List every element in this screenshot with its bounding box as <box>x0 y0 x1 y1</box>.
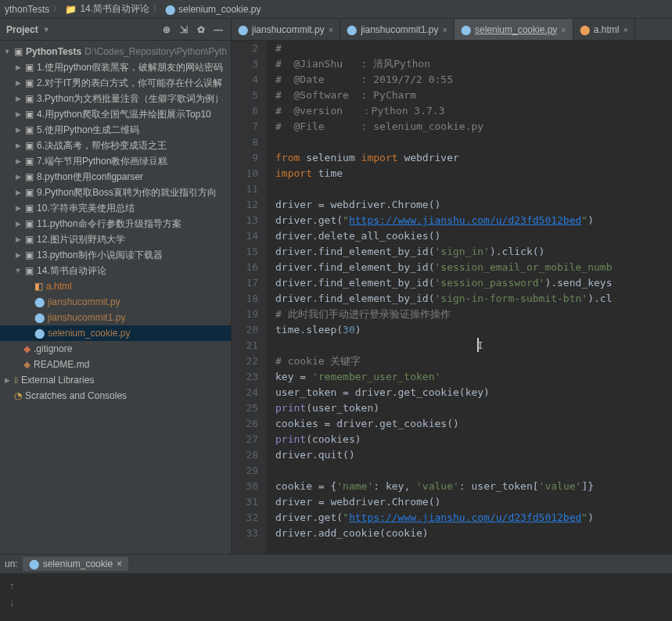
chevron-down-icon[interactable]: ▼ <box>14 267 22 275</box>
project-header: Project ▼ ⊕ ⇲ ✿ — <box>0 19 231 41</box>
file-label: a.html <box>46 281 72 292</box>
breadcrumb-file[interactable]: ⬤ selenium_cookie.py <box>165 4 261 15</box>
close-icon[interactable]: × <box>561 25 566 34</box>
folder-icon: ▣ <box>25 109 34 120</box>
down-arrow-icon[interactable]: ↓ <box>5 596 19 610</box>
tree-folder[interactable]: ▶▣3.Python为文档批量注音（生僻字歌词为例） <box>0 91 231 106</box>
tree-folder[interactable]: ▶▣4.用python爬取全国气温并绘图展示Top10 <box>0 106 231 122</box>
chevron-down-icon[interactable]: ▼ <box>3 48 11 56</box>
file-icon: ⬤ <box>34 296 45 307</box>
chevron-right-icon[interactable]: ▶ <box>14 95 22 102</box>
folder-label: 4.用python爬取全国气温并绘图展示Top10 <box>37 108 211 121</box>
folder-icon: 📁 <box>65 4 77 15</box>
file-label: .gitignore <box>34 343 72 354</box>
folder-icon: ▣ <box>25 156 34 167</box>
breadcrumb: ythonTests 〉 📁 14.简书自动评论 〉 ⬤ selenium_co… <box>0 0 672 19</box>
file-icon: ⬤ <box>238 24 248 35</box>
chevron-right-icon: 〉 <box>52 2 62 16</box>
close-icon[interactable]: × <box>443 25 447 34</box>
chevron-right-icon[interactable]: ▶ <box>14 188 22 196</box>
gutter: 2345678910111213141516171819202122232425… <box>232 41 266 554</box>
tree-folder[interactable]: ▶▣12.图片识别野鸡大学 <box>0 232 231 247</box>
file-icon: ⬤ <box>461 24 471 35</box>
tree-folder[interactable]: ▶▣5.使用Python生成二维码 <box>0 122 231 138</box>
folder-label: 13.python制作小说阅读下载器 <box>37 249 163 262</box>
folder-icon: ▣ <box>25 93 34 104</box>
chevron-right-icon[interactable]: ▶ <box>14 142 22 149</box>
tree-folder[interactable]: ▶▣6.决战高考，帮你秒变成语之王 <box>0 138 231 153</box>
breadcrumb-file-label: selenium_cookie.py <box>178 4 261 15</box>
tree-file[interactable]: ◆.gitignore <box>0 341 231 357</box>
chevron-right-icon[interactable]: ▶ <box>14 126 22 134</box>
folder-label: 1.使用python假装黑客，破解朋友的网站密码 <box>37 61 223 74</box>
root-name: PythonTests <box>26 46 81 57</box>
folder-label: 5.使用Python生成二维码 <box>37 124 139 137</box>
tree-file[interactable]: ◧a.html <box>0 278 231 294</box>
tree-file[interactable]: ⬤jianshucommit1.py <box>0 310 231 325</box>
external-libraries[interactable]: ▶ ⫴ External Libraries <box>0 372 231 388</box>
folder-icon: ▣ <box>25 171 34 182</box>
chevron-right-icon[interactable]: ▶ <box>14 220 22 228</box>
editor-tab[interactable]: ⬤jianshucommit.py× <box>232 19 340 40</box>
up-arrow-icon[interactable]: ↑ <box>5 579 19 593</box>
close-icon[interactable]: × <box>623 25 627 34</box>
chevron-right-icon[interactable]: ▶ <box>3 376 11 384</box>
tree-folder[interactable]: ▶▣2.对于IT男的表白方式，你可能存在什么误解 <box>0 75 231 91</box>
tab-label: selenium_cookie.py <box>475 24 557 35</box>
tree-folder[interactable]: ▶▣10.字符串完美使用总结 <box>0 200 231 216</box>
chevron-right-icon[interactable]: ▶ <box>14 173 22 181</box>
tree-folder[interactable]: ▶▣13.python制作小说阅读下载器 <box>0 247 231 263</box>
chevron-right-icon[interactable]: ▶ <box>14 204 22 212</box>
python-icon: ⬤ <box>165 4 175 15</box>
scratch-icon: ◔ <box>14 390 22 401</box>
editor-tab[interactable]: ⬤a.html× <box>573 19 635 40</box>
file-icon: ⬤ <box>347 24 357 35</box>
run-tab[interactable]: ⬤ selenium_cookie × <box>23 557 128 571</box>
editor-tab[interactable]: ⬤selenium_cookie.py× <box>455 19 573 40</box>
hide-icon[interactable]: — <box>212 23 225 36</box>
tree-folder[interactable]: ▶▣8.python使用configparser <box>0 169 231 185</box>
editor-area: ⬤jianshucommit.py×⬤jianshucommit1.py×⬤se… <box>232 19 672 554</box>
folder-label: 2.对于IT男的表白方式，你可能存在什么误解 <box>37 77 222 90</box>
tree-folder[interactable]: ▶▣9.Python爬取Boss直聘为你的就业指引方向 <box>0 185 231 200</box>
project-root[interactable]: ▼ ▣ PythonTests D:\Codes_Repository\Pyth… <box>0 44 231 59</box>
tree-file[interactable]: ⬤jianshucommit.py <box>0 294 231 310</box>
locate-icon[interactable]: ⊕ <box>160 23 173 36</box>
collapse-icon[interactable]: ⇲ <box>178 23 190 36</box>
breadcrumb-folder[interactable]: 📁 14.简书自动评论 <box>65 2 149 16</box>
tab-label: jianshucommit.py <box>252 24 325 35</box>
run-tab-label: selenium_cookie <box>43 558 113 569</box>
chevron-right-icon[interactable]: ▶ <box>14 235 22 243</box>
close-icon[interactable]: × <box>117 558 122 569</box>
tree-folder[interactable]: ▶▣1.使用python假装黑客，破解朋友的网站密码 <box>0 59 231 75</box>
chevron-right-icon[interactable]: ▶ <box>14 63 22 71</box>
dropdown-icon[interactable]: ▼ <box>43 26 50 34</box>
folder-label: 11.python命令行参数升级指导方案 <box>37 217 181 231</box>
code-editor[interactable]: 2345678910111213141516171819202122232425… <box>232 41 672 554</box>
close-icon[interactable]: × <box>329 25 333 34</box>
chevron-right-icon[interactable]: ▶ <box>14 110 22 118</box>
tree-folder[interactable]: ▼▣14.简书自动评论 <box>0 263 231 278</box>
editor-tab[interactable]: ⬤jianshucommit1.py× <box>340 19 455 40</box>
python-icon: ⬤ <box>29 558 39 569</box>
folder-label: 10.字符串完美使用总结 <box>37 202 135 215</box>
library-icon: ⫴ <box>14 375 18 386</box>
folder-label: 14.简书自动评论 <box>37 264 106 278</box>
tree-file[interactable]: ⬤selenium_cookie.py <box>0 325 231 341</box>
folder-icon: ▣ <box>25 203 34 214</box>
chevron-right-icon[interactable]: ▶ <box>14 157 22 165</box>
file-icon: ⬤ <box>34 328 45 339</box>
project-tree[interactable]: ▼ ▣ PythonTests D:\Codes_Repository\Pyth… <box>0 41 231 554</box>
scratches[interactable]: ◔ Scratches and Consoles <box>0 388 231 404</box>
chevron-right-icon[interactable]: ▶ <box>14 79 22 87</box>
tree-file[interactable]: ◆README.md <box>0 357 231 372</box>
chevron-right-icon[interactable]: ▶ <box>14 251 22 259</box>
tree-folder[interactable]: ▶▣7.端午节用Python教你画绿豆糕 <box>0 153 231 169</box>
gear-icon[interactable]: ✿ <box>195 23 207 36</box>
editor-tabs: ⬤jianshucommit.py×⬤jianshucommit1.py×⬤se… <box>232 19 672 41</box>
tree-folder[interactable]: ▶▣11.python命令行参数升级指导方案 <box>0 216 231 232</box>
folder-label: 6.决战高考，帮你秒变成语之王 <box>37 139 167 153</box>
libs-label: External Libraries <box>21 375 94 386</box>
breadcrumb-root[interactable]: ythonTests <box>5 4 49 15</box>
code-content[interactable]: ## @JianShu : 清风Python# @Date : 2019/7/2… <box>266 41 672 554</box>
